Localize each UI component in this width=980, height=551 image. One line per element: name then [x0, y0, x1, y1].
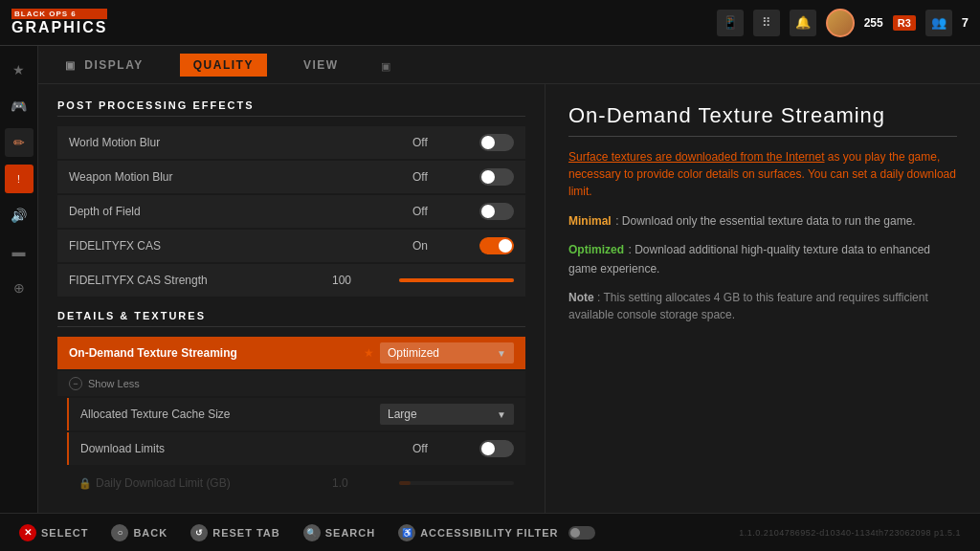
info-description: Surface textures are downloaded from the… [568, 148, 957, 200]
accessibility-action[interactable]: ♿ ACCESSIBILITY FILTER [398, 524, 595, 541]
tech-info: 1.1.0.2104786952-d10340-1134th723062098 … [739, 528, 961, 538]
sidebar-item-notification[interactable]: ! [5, 165, 33, 193]
info-minimal-text: : Download only the essential texture da… [615, 214, 916, 228]
details-textures-section: DETAILS & TEXTURES On-Demand Texture Str… [57, 310, 525, 499]
reset-tab-action[interactable]: ↺ RESET TAB [190, 524, 280, 541]
search-button-icon: 🔍 [303, 524, 321, 541]
world-motion-blur-label: World Motion Blur [69, 136, 412, 149]
weapon-motion-blur-label: Weapon Motion Blur [69, 170, 412, 184]
select-button-icon: ✕ [19, 524, 36, 541]
grid-icon[interactable]: ⠿ [753, 10, 780, 36]
depth-of-field-label: Depth of Field [69, 205, 412, 218]
allocated-texture-value: Large [388, 408, 417, 421]
info-note-keyword: Note [568, 291, 594, 304]
lock-icon: 🔒 [78, 477, 92, 490]
info-optimized-section: Optimized : Download additional high-qua… [568, 240, 957, 278]
player-level: 255 [864, 16, 883, 30]
on-demand-label: On-Demand Texture Streaming [69, 346, 358, 360]
show-less-label: Show Less [88, 378, 140, 389]
info-note: Note : This setting allocates 4 GB to th… [568, 289, 957, 323]
avatar[interactable] [826, 9, 855, 37]
world-motion-blur-toggle[interactable] [479, 134, 514, 151]
daily-download-label: Daily Download Limit (GB) [96, 476, 332, 490]
depth-of-field-value: Off [412, 205, 470, 218]
logo-page-title: GRAPHICS [11, 19, 107, 36]
party-icon[interactable]: 👥 [925, 10, 952, 36]
tab-view[interactable]: VIEW [296, 54, 346, 77]
setting-fidelityfx-cas-strength: FIDELITYFX CAS Strength 100 [57, 264, 525, 297]
party-count: 7 [962, 15, 969, 30]
logo-game-title: BLACK OPS 6 [11, 9, 107, 19]
tab-view-label: VIEW [303, 58, 339, 72]
info-panel: On-Demand Texture Streaming Surface text… [546, 84, 980, 513]
sidebar: ★ 🎮 ✏ ! 🔊 ▬ ⊕ [0, 46, 38, 513]
info-minimal-keyword: Minimal [568, 214, 612, 228]
star-icon: ★ [364, 346, 374, 360]
setting-fidelityfx-cas: FIDELITYFX CAS On [57, 230, 525, 262]
settings-panel: POST PROCESSING EFFECTS World Motion Blu… [38, 84, 546, 513]
main-content: ▣ DISPLAY QUALITY VIEW ▣ POST PROCESSING… [38, 46, 980, 513]
depth-of-field-toggle[interactable] [479, 203, 514, 220]
daily-download-slider [399, 481, 514, 485]
setting-weapon-motion-blur: Weapon Motion Blur Off [57, 161, 525, 193]
sidebar-item-settings[interactable]: ✏ [5, 128, 33, 157]
setting-on-demand-texture-streaming[interactable]: On-Demand Texture Streaming ★ Optimized … [57, 337, 525, 369]
sidebar-item-controller[interactable]: 🎮 [5, 92, 33, 121]
world-motion-blur-value: Off [412, 136, 470, 149]
info-optimized-keyword: Optimized [568, 243, 624, 256]
tab-display-label: DISPLAY [84, 58, 143, 72]
weapon-motion-blur-value: Off [412, 170, 470, 184]
sidebar-item-favorite[interactable]: ★ [5, 55, 33, 84]
rank-badge: R3 [893, 15, 916, 31]
fidelityfx-cas-value: On [412, 239, 470, 253]
download-limits-label: Download Limits [80, 442, 412, 455]
content-area: POST PROCESSING EFFECTS World Motion Blu… [38, 84, 980, 513]
select-label: SELECT [41, 527, 88, 539]
phone-icon[interactable]: 📱 [717, 10, 744, 36]
sidebar-item-audio[interactable]: 🔊 [5, 201, 33, 230]
sidebar-item-display[interactable]: ▬ [5, 237, 33, 266]
display-tab-icon: ▣ [65, 59, 77, 71]
on-demand-dropdown-arrow: ▼ [497, 348, 506, 359]
fidelityfx-cas-label: FIDELITYFX CAS [69, 239, 412, 253]
back-action[interactable]: ○ BACK [111, 524, 167, 541]
search-label: SEARCH [325, 527, 375, 539]
select-action[interactable]: ✕ SELECT [19, 524, 88, 541]
setting-world-motion-blur: World Motion Blur Off [57, 126, 525, 159]
info-title: On-Demand Texture Streaming [568, 103, 957, 137]
info-note-text: : This setting allocates 4 GB to this fe… [568, 291, 928, 321]
bell-icon[interactable]: 🔔 [790, 10, 816, 36]
tab-quality[interactable]: QUALITY [180, 54, 267, 77]
bottom-bar: ✕ SELECT ○ BACK ↺ RESET TAB 🔍 SEARCH ♿ A… [0, 513, 980, 551]
allocated-texture-label: Allocated Texture Cache Size [80, 408, 380, 421]
allocated-texture-dropdown[interactable]: Large ▼ [380, 404, 514, 425]
on-demand-dropdown[interactable]: Optimized ▼ [380, 342, 514, 364]
back-label: BACK [133, 527, 167, 539]
tab-quality-label: QUALITY [193, 58, 254, 72]
setting-allocated-texture-cache: Allocated Texture Cache Size Large ▼ [67, 398, 525, 430]
show-less-row[interactable]: − Show Less [57, 371, 525, 396]
setting-depth-of-field: Depth of Field Off [57, 195, 525, 228]
accessibility-button-icon: ♿ [398, 524, 415, 541]
accessibility-toggle[interactable] [568, 526, 595, 540]
sidebar-item-network[interactable]: ⊕ [5, 274, 33, 302]
fidelityfx-cas-toggle[interactable] [479, 237, 514, 254]
logo: BLACK OPS 6 GRAPHICS [11, 9, 107, 36]
download-limits-toggle[interactable] [479, 440, 514, 457]
details-textures-title: DETAILS & TEXTURES [57, 310, 525, 327]
tab-extra-icon[interactable]: ▣ [381, 56, 390, 74]
weapon-motion-blur-toggle[interactable] [479, 168, 514, 186]
info-orange-link: Surface textures are downloaded from the… [568, 150, 825, 164]
top-bar: BLACK OPS 6 GRAPHICS 📱 ⠿ 🔔 255 R3 👥 7 [0, 0, 980, 46]
setting-download-limits: Download Limits Off [67, 432, 525, 465]
back-button-icon: ○ [111, 524, 128, 541]
info-minimal-section: Minimal : Download only the essential te… [568, 211, 957, 231]
setting-daily-download-limit: 🔒 Daily Download Limit (GB) 1.0 [67, 467, 525, 499]
search-action[interactable]: 🔍 SEARCH [303, 524, 375, 541]
show-less-icon: − [69, 377, 82, 390]
fidelityfx-cas-strength-slider[interactable] [399, 278, 514, 282]
tab-display[interactable]: ▣ DISPLAY [57, 54, 151, 77]
fidelityfx-cas-strength-label: FIDELITYFX CAS Strength [69, 274, 332, 287]
download-limits-value: Off [412, 442, 470, 455]
on-demand-value: Optimized [388, 346, 439, 360]
